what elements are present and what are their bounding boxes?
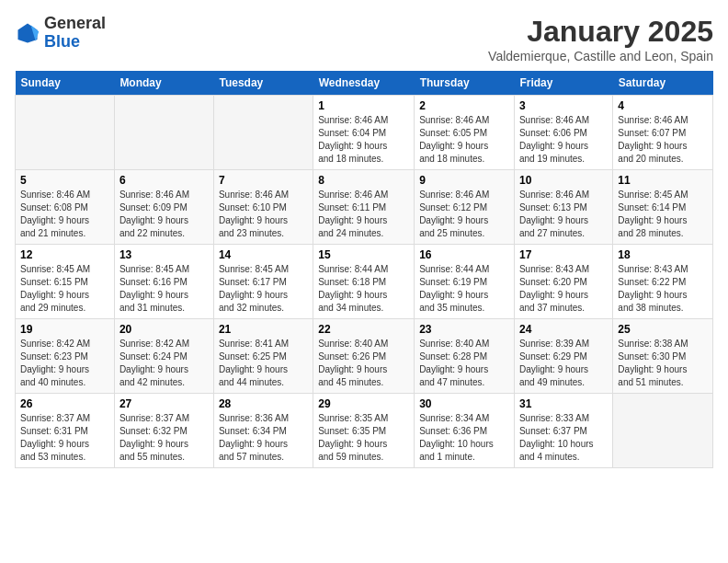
day-number: 9: [419, 174, 509, 187]
day-info: Sunrise: 8:37 AM Sunset: 6:32 PM Dayligh…: [119, 412, 209, 464]
calendar-cell: 17Sunrise: 8:43 AM Sunset: 6:20 PM Dayli…: [514, 245, 612, 319]
day-number: 27: [119, 397, 209, 410]
day-number: 20: [119, 323, 209, 336]
day-info: Sunrise: 8:40 AM Sunset: 6:26 PM Dayligh…: [318, 338, 409, 389]
calendar-cell: 16Sunrise: 8:44 AM Sunset: 6:19 PM Dayli…: [415, 245, 515, 319]
calendar-week-row: 1Sunrise: 8:46 AM Sunset: 6:04 PM Daylig…: [16, 96, 713, 170]
day-number: 12: [20, 248, 109, 261]
day-info: Sunrise: 8:46 AM Sunset: 6:11 PM Dayligh…: [318, 189, 409, 240]
day-number: 21: [219, 323, 308, 336]
day-number: 25: [618, 323, 708, 336]
day-info: Sunrise: 8:46 AM Sunset: 6:13 PM Dayligh…: [519, 189, 608, 240]
calendar-cell: 3Sunrise: 8:46 AM Sunset: 6:06 PM Daylig…: [514, 96, 612, 170]
day-number: 10: [519, 174, 608, 187]
calendar-cell: [613, 394, 713, 468]
calendar-cell: 1Sunrise: 8:46 AM Sunset: 6:04 PM Daylig…: [313, 96, 415, 170]
calendar-cell: 19Sunrise: 8:42 AM Sunset: 6:23 PM Dayli…: [16, 319, 115, 394]
day-number: 18: [618, 248, 708, 261]
calendar-cell: 15Sunrise: 8:44 AM Sunset: 6:18 PM Dayli…: [313, 245, 415, 319]
page-subtitle: Valdemierque, Castille and Leon, Spain: [488, 49, 713, 63]
calendar-cell: 6Sunrise: 8:46 AM Sunset: 6:09 PM Daylig…: [114, 170, 213, 245]
calendar-cell: 7Sunrise: 8:46 AM Sunset: 6:10 PM Daylig…: [213, 170, 313, 245]
page-title: January 2025: [488, 15, 713, 49]
calendar-cell: 11Sunrise: 8:45 AM Sunset: 6:14 PM Dayli…: [613, 170, 713, 245]
day-info: Sunrise: 8:34 AM Sunset: 6:36 PM Dayligh…: [419, 412, 509, 464]
day-info: Sunrise: 8:43 AM Sunset: 6:22 PM Dayligh…: [618, 263, 708, 315]
weekday-header-sunday: Sunday: [16, 71, 115, 96]
weekday-header-wednesday: Wednesday: [313, 71, 415, 96]
day-number: 28: [219, 397, 308, 410]
day-info: Sunrise: 8:46 AM Sunset: 6:10 PM Dayligh…: [219, 189, 308, 240]
day-info: Sunrise: 8:44 AM Sunset: 6:18 PM Dayligh…: [318, 263, 409, 315]
calendar-cell: 22Sunrise: 8:40 AM Sunset: 6:26 PM Dayli…: [313, 319, 415, 394]
day-number: 15: [318, 248, 409, 261]
calendar-cell: 25Sunrise: 8:38 AM Sunset: 6:30 PM Dayli…: [613, 319, 713, 394]
calendar-cell: 8Sunrise: 8:46 AM Sunset: 6:11 PM Daylig…: [313, 170, 415, 245]
calendar-cell: 9Sunrise: 8:46 AM Sunset: 6:12 PM Daylig…: [415, 170, 515, 245]
calendar-cell: [114, 96, 213, 170]
weekday-header-saturday: Saturday: [613, 71, 713, 96]
title-section: January 2025 Valdemierque, Castille and …: [488, 15, 713, 63]
day-number: 22: [318, 323, 409, 336]
day-number: 19: [20, 323, 109, 336]
day-number: 29: [318, 397, 409, 410]
calendar-cell: [16, 96, 115, 170]
calendar-table: SundayMondayTuesdayWednesdayThursdayFrid…: [15, 71, 713, 468]
day-info: Sunrise: 8:33 AM Sunset: 6:37 PM Dayligh…: [519, 412, 608, 464]
day-number: 1: [318, 99, 409, 112]
day-number: 3: [519, 99, 608, 112]
calendar-cell: 13Sunrise: 8:45 AM Sunset: 6:16 PM Dayli…: [114, 245, 213, 319]
day-number: 5: [20, 174, 109, 187]
day-number: 26: [20, 397, 109, 410]
calendar-cell: 24Sunrise: 8:39 AM Sunset: 6:29 PM Dayli…: [514, 319, 612, 394]
day-number: 8: [318, 174, 409, 187]
day-info: Sunrise: 8:45 AM Sunset: 6:17 PM Dayligh…: [219, 263, 308, 315]
calendar-cell: 10Sunrise: 8:46 AM Sunset: 6:13 PM Dayli…: [514, 170, 612, 245]
day-info: Sunrise: 8:46 AM Sunset: 6:05 PM Dayligh…: [419, 114, 509, 166]
day-number: 13: [119, 248, 209, 261]
day-info: Sunrise: 8:46 AM Sunset: 6:09 PM Dayligh…: [119, 189, 209, 240]
day-info: Sunrise: 8:44 AM Sunset: 6:19 PM Dayligh…: [419, 263, 509, 315]
calendar-cell: 26Sunrise: 8:37 AM Sunset: 6:31 PM Dayli…: [16, 394, 115, 468]
calendar-week-row: 12Sunrise: 8:45 AM Sunset: 6:15 PM Dayli…: [16, 245, 713, 319]
day-number: 31: [519, 397, 608, 410]
weekday-header-thursday: Thursday: [415, 71, 515, 96]
day-number: 6: [119, 174, 209, 187]
day-info: Sunrise: 8:41 AM Sunset: 6:25 PM Dayligh…: [219, 338, 308, 389]
day-info: Sunrise: 8:46 AM Sunset: 6:12 PM Dayligh…: [419, 189, 509, 240]
day-info: Sunrise: 8:46 AM Sunset: 6:08 PM Dayligh…: [20, 189, 109, 240]
calendar-cell: 4Sunrise: 8:46 AM Sunset: 6:07 PM Daylig…: [613, 96, 713, 170]
day-info: Sunrise: 8:37 AM Sunset: 6:31 PM Dayligh…: [20, 412, 109, 464]
calendar-cell: [213, 96, 313, 170]
calendar-cell: 28Sunrise: 8:36 AM Sunset: 6:34 PM Dayli…: [213, 394, 313, 468]
day-info: Sunrise: 8:38 AM Sunset: 6:30 PM Dayligh…: [618, 338, 708, 389]
weekday-header-tuesday: Tuesday: [213, 71, 313, 96]
day-info: Sunrise: 8:42 AM Sunset: 6:24 PM Dayligh…: [119, 338, 209, 389]
logo-text: General Blue: [44, 15, 106, 52]
calendar-week-row: 26Sunrise: 8:37 AM Sunset: 6:31 PM Dayli…: [16, 394, 713, 468]
day-info: Sunrise: 8:36 AM Sunset: 6:34 PM Dayligh…: [219, 412, 308, 464]
day-info: Sunrise: 8:40 AM Sunset: 6:28 PM Dayligh…: [419, 338, 509, 389]
weekday-header-row: SundayMondayTuesdayWednesdayThursdayFrid…: [16, 71, 713, 96]
calendar-cell: 20Sunrise: 8:42 AM Sunset: 6:24 PM Dayli…: [114, 319, 213, 394]
day-info: Sunrise: 8:39 AM Sunset: 6:29 PM Dayligh…: [519, 338, 608, 389]
calendar-cell: 18Sunrise: 8:43 AM Sunset: 6:22 PM Dayli…: [613, 245, 713, 319]
calendar-week-row: 5Sunrise: 8:46 AM Sunset: 6:08 PM Daylig…: [16, 170, 713, 245]
calendar-cell: 30Sunrise: 8:34 AM Sunset: 6:36 PM Dayli…: [415, 394, 515, 468]
logo: General Blue: [15, 15, 106, 52]
day-info: Sunrise: 8:46 AM Sunset: 6:04 PM Dayligh…: [318, 114, 409, 166]
day-info: Sunrise: 8:45 AM Sunset: 6:16 PM Dayligh…: [119, 263, 209, 315]
logo-icon: [15, 20, 40, 46]
day-info: Sunrise: 8:45 AM Sunset: 6:14 PM Dayligh…: [618, 189, 708, 240]
day-number: 16: [419, 248, 509, 261]
calendar-cell: 23Sunrise: 8:40 AM Sunset: 6:28 PM Dayli…: [415, 319, 515, 394]
weekday-header-friday: Friday: [514, 71, 612, 96]
day-number: 14: [219, 248, 308, 261]
calendar-week-row: 19Sunrise: 8:42 AM Sunset: 6:23 PM Dayli…: [16, 319, 713, 394]
day-number: 17: [519, 248, 608, 261]
day-info: Sunrise: 8:35 AM Sunset: 6:35 PM Dayligh…: [318, 412, 409, 464]
calendar-cell: 2Sunrise: 8:46 AM Sunset: 6:05 PM Daylig…: [415, 96, 515, 170]
calendar-cell: 31Sunrise: 8:33 AM Sunset: 6:37 PM Dayli…: [514, 394, 612, 468]
day-info: Sunrise: 8:45 AM Sunset: 6:15 PM Dayligh…: [20, 263, 109, 315]
day-number: 2: [419, 99, 509, 112]
